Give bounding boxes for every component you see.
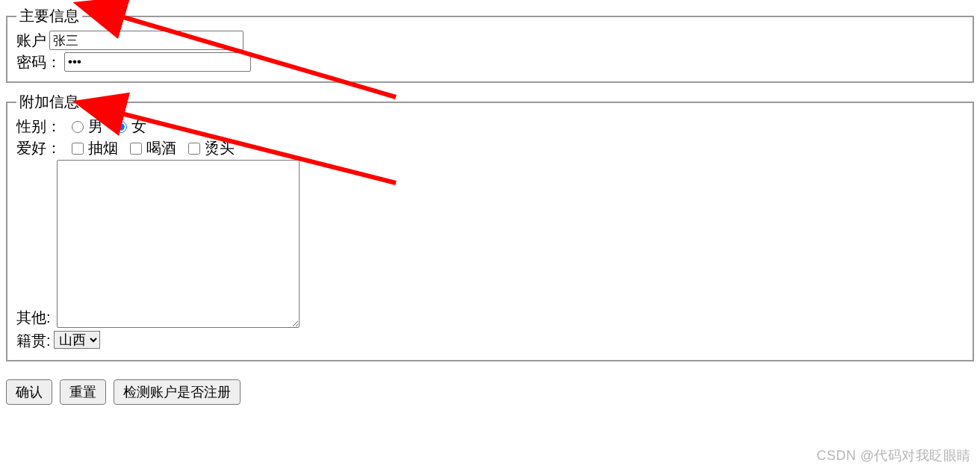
hobby-drink-label[interactable]: 喝酒 — [146, 138, 176, 158]
account-label: 账户 — [16, 31, 46, 51]
password-row: 密码： — [16, 52, 964, 72]
origin-label: 籍贯: — [16, 331, 51, 351]
password-input[interactable] — [64, 52, 251, 72]
account-row: 账户 — [16, 31, 964, 51]
extra-info-legend: 附加信息 — [16, 92, 82, 112]
confirm-button[interactable]: 确认 — [6, 379, 52, 405]
main-info-fieldset: 主要信息 账户 密码： — [6, 6, 974, 83]
extra-info-fieldset: 附加信息 性别： 男 女 爱好： 抽烟 喝酒 烫头 其他: 籍贯: 山西 — [6, 92, 974, 361]
gender-male-label[interactable]: 男 — [88, 117, 103, 137]
gender-male-radio[interactable] — [72, 121, 84, 133]
reset-button[interactable]: 重置 — [60, 379, 106, 405]
watermark-text: CSDN @代码对我眨眼睛 — [816, 447, 971, 465]
gender-female-label[interactable]: 女 — [131, 117, 146, 137]
gender-female-radio[interactable] — [115, 121, 127, 133]
account-input[interactable] — [49, 31, 244, 50]
origin-select[interactable]: 山西 — [54, 331, 100, 349]
hobby-drink-checkbox[interactable] — [130, 143, 142, 155]
gender-label: 性别： — [16, 117, 61, 137]
other-textarea[interactable] — [57, 160, 300, 328]
other-label: 其他: — [16, 308, 51, 328]
hobby-perm-label[interactable]: 烫头 — [205, 138, 235, 158]
password-label: 密码： — [16, 52, 61, 72]
check-account-button[interactable]: 检测账户是否注册 — [114, 379, 241, 405]
origin-row: 籍贯: 山西 — [16, 331, 964, 351]
hobby-row: 爱好： 抽烟 喝酒 烫头 — [16, 138, 964, 158]
hobby-smoke-label[interactable]: 抽烟 — [88, 138, 118, 158]
hobby-label: 爱好： — [16, 138, 61, 158]
button-bar: 确认 重置 检测账户是否注册 — [6, 379, 974, 405]
main-info-legend: 主要信息 — [16, 6, 82, 26]
hobby-perm-checkbox[interactable] — [188, 143, 200, 155]
other-row: 其他: — [16, 160, 964, 328]
hobby-smoke-checkbox[interactable] — [72, 143, 84, 155]
gender-row: 性别： 男 女 — [16, 117, 964, 137]
